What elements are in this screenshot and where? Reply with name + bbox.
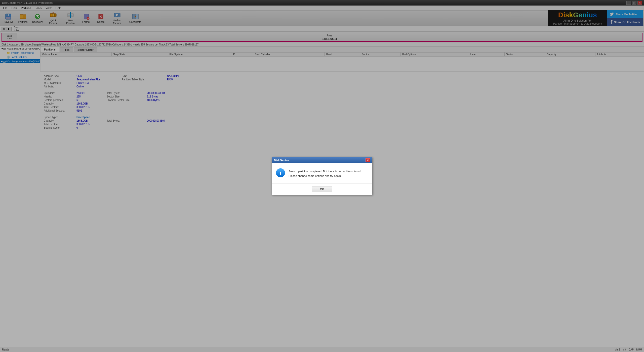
- modal-close-button[interactable]: ✕: [366, 158, 370, 162]
- modal-icon-label: i: [280, 170, 281, 176]
- ok-label: OK: [320, 188, 324, 191]
- modal-body: i Search partition completed. But there …: [272, 163, 372, 183]
- modal-dialog: DiskGenius ✕ i Search partition complete…: [272, 157, 372, 195]
- modal-overlay: DiskGenius ✕ i Search partition complete…: [0, 0, 644, 352]
- modal-titlebar: DiskGenius ✕: [272, 157, 372, 163]
- modal-info-icon: i: [276, 168, 285, 177]
- modal-footer: OK: [272, 183, 372, 195]
- ok-button[interactable]: OK: [312, 186, 332, 192]
- modal-message: Search partition completed. But there is…: [289, 168, 368, 178]
- modal-title: DiskGenius: [274, 159, 289, 162]
